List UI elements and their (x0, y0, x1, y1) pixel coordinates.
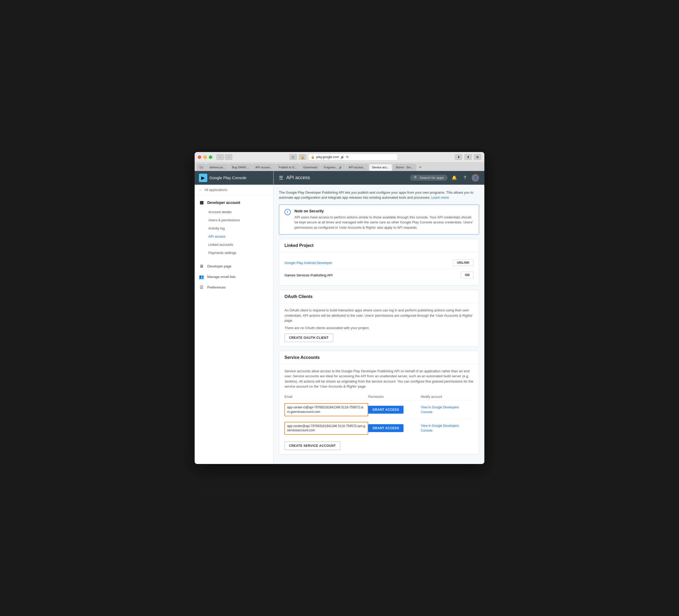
service-accounts-body: Service accounts allow access to the Goo… (279, 364, 479, 454)
download-icon[interactable]: ⬇ (455, 154, 462, 160)
security-note-card: i Note on Security API users have access… (279, 205, 479, 235)
sidebar-logo: ▶ Google Play Console (199, 174, 247, 182)
add-tab-button[interactable]: + (417, 164, 424, 170)
lock-button[interactable]: 🔒 (299, 154, 306, 160)
security-note-text: API users have access to perform actions… (294, 215, 474, 230)
service-accounts-title: Service Accounts (285, 355, 474, 360)
tab-delivery[interactable]: delivery.ac... (206, 164, 228, 171)
permission-column-header: Permission (368, 393, 421, 400)
share-icon[interactable]: ⬆ (464, 154, 472, 160)
email-highlighted-1: app-center-ci@api-797683161841346 5116-7… (285, 403, 368, 416)
email-cell-1: app-center-ci@api-797683161841346 5116-7… (285, 400, 368, 419)
main-page-title: API access (286, 175, 407, 181)
tab-stores[interactable]: Stores · Sm... (393, 164, 416, 171)
learn-more-link[interactable]: Learn more (431, 195, 449, 199)
security-note-content: Note on Security API users have access t… (294, 209, 474, 230)
minimize-button[interactable] (203, 155, 207, 159)
sidebar-back-button[interactable]: ← All applications (195, 185, 273, 195)
url-text: play.google.com (316, 155, 339, 159)
sidebar-header: ▶ Google Play Console (195, 171, 273, 185)
info-icon: i (285, 209, 291, 215)
back-button[interactable]: ‹ (217, 154, 224, 160)
back-label: All applications (204, 188, 227, 192)
intro-text: The Google Play Developer Publishing API… (279, 190, 479, 200)
sidebar-item-activity-log[interactable]: Activity log (195, 224, 273, 233)
oauth-clients-header: OAuth Clients (279, 290, 479, 304)
sidebar-section: ▦ Developer account Account details User… (195, 195, 273, 259)
tab-grammarly[interactable]: Grammarly (300, 164, 320, 171)
search-bar[interactable]: 🔍 Search for apps (410, 175, 448, 181)
grant-access-button-1[interactable]: GRANT ACCESS (368, 406, 403, 414)
sidebar-toggle-icon[interactable]: ⧉ (474, 154, 481, 160)
sidebar-item-manage-email[interactable]: 👥 Manage email lists (195, 272, 273, 282)
email-lists-icon: 👥 (199, 274, 204, 280)
linked-project-row-1: Google Play Android Developer UNLINK (285, 257, 474, 269)
sidebar-item-preferences[interactable]: ☰ Preferences (195, 282, 273, 293)
main-header: ☰ API access 🔍 Search for apps 🔔 ? 👤 (273, 171, 484, 185)
tab-api-access2[interactable]: API access... (346, 164, 368, 171)
grant-access-button-2[interactable]: GRANT ACCESS (368, 424, 403, 432)
sidebar-item-users[interactable]: Users & permissions (195, 216, 273, 224)
security-note-title: Note on Security (294, 209, 474, 213)
nav-buttons: ‹ › (217, 154, 232, 160)
developer-account-icon: ▦ (199, 200, 204, 205)
notifications-icon[interactable]: 🔔 (451, 174, 458, 182)
header-icons: 🔔 ? 👤 (451, 174, 479, 182)
app-layout: ▶ Google Play Console ← All applications… (195, 171, 484, 464)
hamburger-icon[interactable]: ☰ (279, 175, 283, 181)
modify-cell-1: View in Google DevelopersConsole (421, 400, 474, 419)
sidebar-item-payments[interactable]: Payments settings (195, 249, 273, 257)
email-highlighted-2: app-center@api-797683161841346 5116-7595… (285, 422, 368, 435)
sidebar-item-developer-page[interactable]: 🖥 Developer page (195, 261, 273, 272)
sidebar-other-section: 🖥 Developer page 👥 Manage email lists ☰ … (195, 259, 273, 295)
fullscreen-button[interactable] (209, 155, 212, 159)
view-in-console-link-2[interactable]: View in Google DevelopersConsole (421, 424, 459, 432)
developer-page-label: Developer page (207, 264, 231, 268)
oauth-clients-card: OAuth Clients An OAuth client is require… (279, 290, 479, 346)
oauth-clients-title: OAuth Clients (285, 294, 474, 299)
linked-project-card: Linked Project Google Play Android Devel… (279, 239, 479, 286)
linked-project-body: Google Play Android Developer UNLINK Gam… (279, 252, 479, 285)
create-service-account-button[interactable]: CREATE SERVICE ACCOUNT (285, 441, 340, 450)
title-bar-center: ⊙ 🔒 🔒 play.google.com 🔊 ↻ (234, 154, 453, 160)
service-accounts-card: Service Accounts Service accounts allow … (279, 351, 479, 455)
oauth-clients-body: An OAuth client is required to build int… (279, 304, 479, 346)
developer-page-icon: 🖥 (199, 264, 204, 269)
tab-api-access1[interactable]: API access... (253, 164, 275, 171)
create-oauth-client-button[interactable]: CREATE OAUTH CLIENT (285, 334, 333, 342)
sidebar-item-account-details[interactable]: Account details (195, 208, 273, 216)
modify-cell-2: View in Google DevelopersConsole (421, 419, 474, 437)
back-arrow-icon: ← (199, 188, 202, 192)
oauth-desc-1: An OAuth client is required to build int… (285, 308, 474, 323)
search-icon: 🔍 (414, 176, 418, 180)
modify-column-header: Modify account (421, 393, 474, 400)
content-body: The Google Play Developer Publishing API… (273, 185, 484, 464)
table-row: app-center@api-797683161841346 5116-7595… (285, 419, 474, 437)
unlink-button[interactable]: UNLINK (453, 259, 474, 266)
tab-bug[interactable]: Bug 59400:... (229, 164, 252, 171)
search-placeholder: Search for apps (420, 176, 444, 180)
linked-project-title: Linked Project (285, 243, 474, 248)
tab-publish[interactable]: Publish to G... (276, 164, 300, 171)
reader-button[interactable]: ⊙ (289, 154, 297, 160)
toggle-on-button[interactable]: ON (461, 272, 474, 278)
table-header-row: Email Permission Modify account (285, 393, 474, 400)
tab-fragment[interactable]: Fragmen... 🔊 (321, 164, 345, 171)
forward-button[interactable]: › (225, 154, 232, 160)
sidebar-section-header: ▦ Developer account (195, 197, 273, 208)
service-accounts-desc: Service accounts allow access to the Goo… (285, 369, 474, 389)
browser-tabs: Cc delivery.ac... Bug 59400:... API acce… (195, 162, 484, 171)
user-avatar[interactable]: 👤 (472, 174, 479, 182)
close-button[interactable] (198, 155, 201, 159)
view-in-console-link-1[interactable]: View in Google DevelopersConsole (421, 405, 459, 414)
tab-service-acc[interactable]: Service acc... (369, 164, 392, 171)
address-bar[interactable]: 🔒 play.google.com 🔊 ↻ (309, 154, 398, 160)
sidebar-item-linked-accounts[interactable]: Linked accounts (195, 241, 273, 249)
gpad-link[interactable]: Google Play Android Developer (285, 261, 332, 265)
sidebar-item-api-access[interactable]: API access (195, 233, 273, 241)
help-icon[interactable]: ? (461, 174, 468, 182)
tab-cc[interactable]: Cc (197, 164, 206, 171)
browser-window: ‹ › ⊙ 🔒 🔒 play.google.com 🔊 ↻ ⬇ ⬆ ⧉ Cc d… (195, 152, 484, 464)
manage-email-label: Manage email lists (207, 275, 236, 279)
title-bar: ‹ › ⊙ 🔒 🔒 play.google.com 🔊 ↻ ⬇ ⬆ ⧉ (195, 152, 484, 162)
